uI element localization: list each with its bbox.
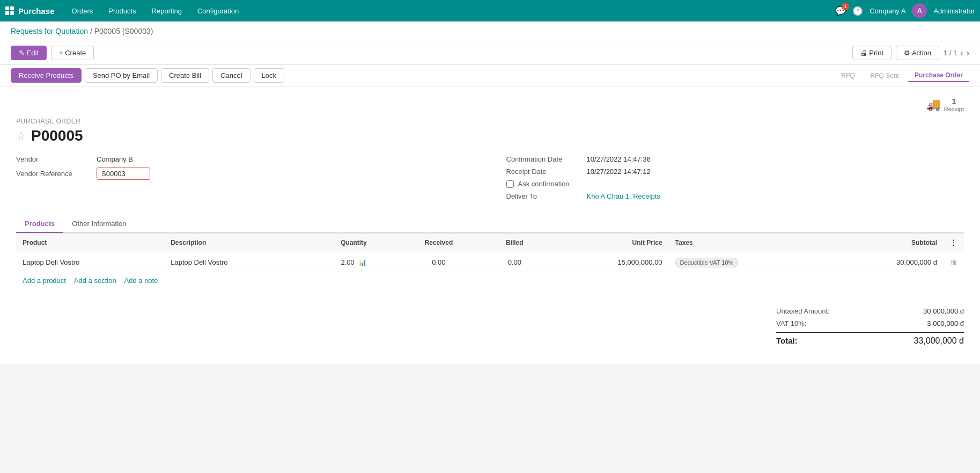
app-logo[interactable]: Purchase xyxy=(5,6,55,16)
pagination: 1 / 1 ‹ › xyxy=(944,48,969,58)
receive-products-button[interactable]: Receive Products xyxy=(11,68,82,83)
username: Administrator xyxy=(933,7,975,15)
confirmation-date-value: 10/27/2022 14:47:36 xyxy=(587,155,651,163)
col-billed: Billed xyxy=(482,234,547,252)
receipt-date-label: Receipt Date xyxy=(506,168,581,176)
deliver-to-label: Deliver To xyxy=(506,192,581,200)
form-left: Vendor Company B Vendor Reference xyxy=(16,155,474,205)
totals-area: Untaxed Amount: 30,000,000 đ VAT 10%: 3,… xyxy=(16,300,964,353)
action-bar: ✎ Edit + Create 🖨 Print ⚙ Action 1 / 1 ‹… xyxy=(0,41,980,65)
form-right: Confirmation Date 10/27/2022 14:47:36 Re… xyxy=(506,155,964,205)
main-content: 🚚 1 Receipt Purchase Order ☆ P00005 Vend… xyxy=(0,86,980,364)
receipt-label: Receipt xyxy=(944,106,964,112)
tabs: Products Other Information xyxy=(16,215,964,233)
topnav-right: 💬 1 🕐 Company A A Administrator xyxy=(835,3,975,18)
confirmation-date-label: Confirmation Date xyxy=(506,155,581,163)
totals-final-row: Total: 33,000,000 đ xyxy=(776,332,964,348)
prev-button[interactable]: ‹ xyxy=(960,48,963,58)
products-table: Product Description Quantity Received Bi… xyxy=(16,233,964,272)
col-description: Description xyxy=(164,234,312,252)
cell-description: Laptop Dell Vostro xyxy=(164,252,312,272)
add-product-link[interactable]: Add a product xyxy=(23,276,66,285)
add-note-link[interactable]: Add a note xyxy=(124,276,158,285)
company-name: Company A xyxy=(870,7,905,15)
receipt-button[interactable]: 🚚 1 Receipt xyxy=(926,97,964,112)
cell-delete[interactable]: 🗑 xyxy=(944,252,964,272)
avatar[interactable]: A xyxy=(912,3,927,18)
totals-untaxed-row: Untaxed Amount: 30,000,000 đ xyxy=(776,305,964,317)
totals-vat-row: VAT 10%: 3,000,000 đ xyxy=(776,317,964,330)
add-row-area: Add a product Add a section Add a note xyxy=(16,272,964,289)
status-bar: Receive Products Send PO by Email Create… xyxy=(0,65,980,86)
record-section-label: Purchase Order xyxy=(16,118,964,125)
tab-products[interactable]: Products xyxy=(16,215,63,233)
next-button[interactable]: › xyxy=(967,48,969,58)
vendor-ref-input[interactable] xyxy=(97,168,150,180)
forecast-icon[interactable]: 📊 xyxy=(358,259,366,266)
cell-product: Laptop Dell Vostro xyxy=(16,252,164,272)
print-button[interactable]: 🖨 Print xyxy=(852,46,891,60)
breadcrumb-parent[interactable]: Requests for Quotation xyxy=(11,27,88,35)
col-subtotal: Subtotal xyxy=(830,234,944,252)
truck-icon: 🚚 xyxy=(926,98,941,112)
cancel-button[interactable]: Cancel xyxy=(212,68,250,83)
cell-received: 0.00 xyxy=(395,252,483,272)
record-id: P00005 xyxy=(31,127,83,144)
total-label: Total: xyxy=(776,336,798,346)
stage-purchase-order: Purchase Order xyxy=(908,69,969,82)
ask-confirmation-checkbox[interactable] xyxy=(506,180,514,188)
totals-table: Untaxed Amount: 30,000,000 đ VAT 10%: 3,… xyxy=(776,305,964,348)
vat-value: 3,000,000 đ xyxy=(927,319,964,328)
col-options: ⋮ xyxy=(944,234,964,252)
cell-billed: 0.00 xyxy=(482,252,547,272)
delete-icon[interactable]: 🗑 xyxy=(950,258,957,266)
breadcrumb: Requests for Quotation / P00005 (S00003) xyxy=(0,21,980,41)
send-po-button[interactable]: Send PO by Email xyxy=(85,68,158,83)
receipt-date-value: 10/27/2022 14:47:12 xyxy=(587,168,651,176)
cell-subtotal: 30,000,000 đ xyxy=(830,252,944,272)
cell-unit-price: 15,000,000.00 xyxy=(547,252,668,272)
menu-products[interactable]: Products xyxy=(102,4,142,18)
menu-orders[interactable]: Orders xyxy=(65,4,100,18)
col-quantity: Quantity xyxy=(312,234,395,252)
vendor-ref-label: Vendor Reference xyxy=(16,170,91,178)
create-bill-button[interactable]: Create Bill xyxy=(161,68,209,83)
grid-icon xyxy=(5,6,14,15)
notification-icon[interactable]: 💬 1 xyxy=(835,6,846,16)
stage-rfq-sent: RFQ Sent xyxy=(864,70,905,82)
untaxed-value: 30,000,000 đ xyxy=(923,307,964,315)
cell-taxes: Deductible VAT 10% xyxy=(669,252,830,272)
ask-confirmation-label: Ask confirmation xyxy=(518,180,570,188)
action-button[interactable]: ⚙ Action xyxy=(896,46,939,60)
notification-badge: 1 xyxy=(842,3,849,10)
col-received: Received xyxy=(395,234,483,252)
total-value: 33,000,000 đ xyxy=(914,336,964,346)
pagination-label: 1 / 1 xyxy=(944,49,957,57)
col-taxes: Taxes xyxy=(669,234,830,252)
add-section-link[interactable]: Add a section xyxy=(74,276,116,285)
lock-button[interactable]: Lock xyxy=(254,68,284,83)
record-section: Purchase Order ☆ P00005 Vendor Company B… xyxy=(16,118,964,205)
favorite-icon[interactable]: ☆ xyxy=(16,129,26,142)
menu-reporting[interactable]: Reporting xyxy=(145,4,188,18)
vat-label: VAT 10%: xyxy=(776,319,806,328)
topnav: Purchase Orders Products Reporting Confi… xyxy=(0,0,980,21)
col-product: Product xyxy=(16,234,164,252)
deliver-to-value[interactable]: Kho A Chau 1: Receipts xyxy=(587,192,660,200)
breadcrumb-separator: / xyxy=(90,27,92,35)
app-name: Purchase xyxy=(18,6,55,16)
clock-icon[interactable]: 🕐 xyxy=(852,6,863,16)
receipt-count: 1 xyxy=(952,97,956,106)
untaxed-label: Untaxed Amount: xyxy=(776,307,830,315)
top-menu: Orders Products Reporting Configuration xyxy=(65,4,836,18)
table-row: Laptop Dell Vostro Laptop Dell Vostro 2.… xyxy=(16,252,964,272)
tab-other-information[interactable]: Other Information xyxy=(63,215,135,233)
menu-configuration[interactable]: Configuration xyxy=(191,4,245,18)
vendor-value: Company B xyxy=(97,155,133,163)
create-button[interactable]: + Create xyxy=(51,46,94,60)
stage-rfq: RFQ xyxy=(835,70,861,82)
vendor-label: Vendor xyxy=(16,155,91,163)
edit-button[interactable]: ✎ Edit xyxy=(11,46,47,60)
breadcrumb-current: P00005 (S00003) xyxy=(94,27,153,35)
tax-badge: Deductible VAT 10% xyxy=(675,258,739,267)
